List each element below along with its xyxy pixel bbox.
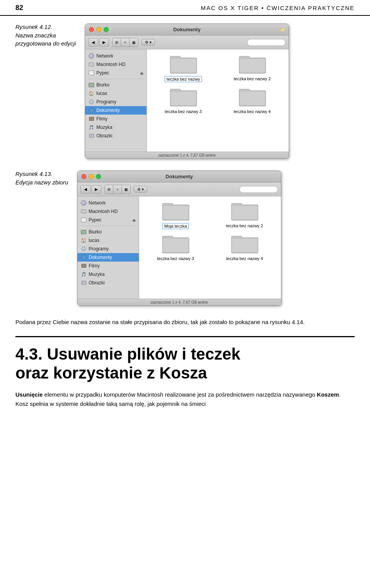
sidebar-label-dokumenty-2: Dokumenty [89, 255, 112, 260]
icon-view-button-2[interactable]: ⊞ [105, 185, 113, 194]
docs-icon [88, 107, 94, 113]
forward-button[interactable]: ▶ [99, 38, 109, 47]
list-view-button-2[interactable]: ≡ [113, 185, 122, 194]
svg-rect-14 [163, 205, 189, 220]
sidebar-item-biurko[interactable]: Biurko [85, 81, 146, 89]
sidebar-item-obrazki[interactable]: Obrazki [85, 132, 146, 140]
disk-icon-2 [81, 217, 87, 223]
icon-view-button[interactable]: ⊞ [113, 38, 121, 47]
search-input-2[interactable] [239, 186, 278, 193]
sidebar-label-dokumenty: Dokumenty [96, 108, 120, 113]
finder-window-2: Dokumenty ◀ ▶ ⊞ ≡ ▦ ⚙ ▾ [77, 171, 281, 306]
folder-icon-4 [239, 86, 266, 107]
view-buttons[interactable]: ⊞ ≡ ▦ [112, 38, 138, 47]
finder-statusbar-1: zaznaczone 1 z 4, 7,67 GB wolne [85, 152, 289, 159]
sidebar-item-network-2[interactable]: Network [77, 199, 139, 207]
folder-icon-1 [170, 53, 197, 74]
svg-rect-11 [239, 91, 266, 106]
figure-4-13: Rysunek 4.13. Edycja nazwy zbioru Dokume… [15, 171, 355, 306]
minimize-button-2[interactable] [89, 174, 94, 179]
view-buttons-2[interactable]: ⊞ ≡ ▦ [104, 185, 131, 194]
sidebar-item-hd[interactable]: Macintosh HD [85, 60, 146, 69]
back-button[interactable]: ◀ [88, 38, 98, 47]
finder-window-1: Dokumenty 📁 ◀ ▶ ⊞ ≡ ▦ [85, 24, 289, 159]
search-input[interactable] [247, 39, 286, 46]
sidebar-item-dokumenty-2[interactable]: Dokumenty [77, 253, 139, 262]
hd-icon-2 [81, 208, 87, 215]
figure-number: Rysunek 4.12. [15, 24, 77, 30]
sidebar-item-muzyka[interactable]: 🎵 Muzyka [85, 123, 146, 132]
folder-item-4[interactable]: teczka bez nazwy 4 [220, 86, 285, 114]
svg-rect-2 [170, 58, 197, 73]
sidebar-item-programy-2[interactable]: Programy [77, 245, 139, 253]
window-controls-2[interactable] [81, 174, 101, 179]
folder-item-2-2[interactable]: teczka bez nazwy 2 [212, 200, 277, 229]
sidebar-item-muzyka-2[interactable]: 🎵 Muzyka [77, 270, 139, 279]
sidebar-item-filmy[interactable]: Filmy [85, 115, 146, 123]
folder-item-2-4[interactable]: teczka bez nazwy 4 [212, 233, 277, 261]
folder-label-2-3: teczka bez nazwy 3 [156, 256, 196, 261]
svg-rect-17 [232, 205, 258, 220]
page-header: 82 Mac OS X Tiger • Ćwiczenia praktyczne [0, 0, 370, 16]
section-title: 4.3. Usuwanie plików i teczek oraz korzy… [15, 345, 355, 382]
column-view-button[interactable]: ▦ [130, 38, 138, 47]
nav-buttons[interactable]: ◀ ▶ [88, 38, 109, 47]
list-view-button[interactable]: ≡ [121, 38, 130, 47]
folder-icon-2-3 [162, 233, 189, 254]
folder-label-2-1[interactable]: Moja teczka [162, 223, 189, 229]
home-icon-2: 🏠 [81, 237, 87, 243]
sidebar-item-filmy-2[interactable]: Filmy [77, 262, 139, 270]
folder-item-3[interactable]: teczka bez nazwy 3 [151, 86, 216, 114]
sidebar-label-filmy: Filmy [96, 116, 108, 122]
sidebar-item-lucas-2[interactable]: 🏠 lucas [77, 236, 139, 245]
nav-buttons-2[interactable]: ◀ ▶ [81, 185, 101, 194]
music-icon: 🎵 [88, 124, 94, 130]
sidebar-item-obrazki-2[interactable]: Obrazki [77, 279, 139, 287]
titlebar-right: 📁 [280, 27, 285, 32]
sidebar-item-pypec[interactable]: Pypec ⏏ [85, 69, 146, 77]
sidebar-label-programy-2: Programy [89, 246, 109, 252]
section-divider [15, 336, 355, 337]
folder-item-2-3[interactable]: teczka bez nazwy 3 [143, 233, 208, 261]
figure-caption: Nazwa znaczka przygotowana do edycji [15, 31, 77, 47]
column-view-button-2[interactable]: ▦ [122, 185, 130, 194]
desktop-icon [88, 82, 94, 88]
sidebar-item-programy[interactable]: Programy [85, 98, 146, 106]
action-button[interactable]: ⚙ ▾ [141, 39, 155, 46]
sidebar-item-dokumenty[interactable]: Dokumenty [85, 106, 146, 115]
folder-item-1[interactable]: teczka bez nazwy [151, 53, 216, 82]
eject-icon-2[interactable]: ⏏ [132, 218, 136, 222]
close-button-2[interactable] [81, 174, 86, 179]
window-controls[interactable] [89, 27, 109, 32]
figure-4-12: Rysunek 4.12. Nazwa znaczka przygotowana… [15, 24, 355, 159]
gear-icon-2: ⚙ [137, 187, 141, 191]
sidebar-item-lucas[interactable]: 🏠 lucas [85, 89, 146, 98]
forward-button-2[interactable]: ▶ [91, 185, 101, 194]
finder-body-2: Network Macintosh HD Pypec ⏏ [77, 196, 281, 299]
sidebar-item-biurko-2[interactable]: Biurko [77, 228, 139, 236]
finder-titlebar-2: Dokumenty [77, 171, 281, 182]
home-icon: 🏠 [88, 90, 94, 96]
maximize-button-2[interactable] [96, 174, 101, 179]
folder-label-4: teczka bez nazwy 4 [232, 109, 272, 114]
action-button-2[interactable]: ⚙ ▾ [134, 186, 147, 193]
maximize-button[interactable] [104, 27, 109, 32]
network-icon [88, 53, 94, 59]
network-icon-2 [81, 200, 87, 206]
folder-item-2-1[interactable]: Moja teczka [143, 200, 208, 229]
close-button[interactable] [89, 27, 94, 32]
sidebar-label-filmy-2: Filmy [89, 263, 100, 269]
folder-label-1[interactable]: teczka bez nazwy [165, 76, 202, 82]
folder-item-2[interactable]: teczka bez nazwy 2 [220, 53, 285, 82]
finder-main-area-2: Moja teczka teczka bez nazwy 2 [139, 196, 281, 299]
sidebar-item-pypec-2[interactable]: Pypec ⏏ [77, 216, 139, 224]
folder-label-2-4: teczka bez nazwy 4 [225, 256, 265, 261]
minimize-button[interactable] [96, 27, 101, 32]
eject-icon[interactable]: ⏏ [140, 71, 143, 75]
finder-sidebar-2: Network Macintosh HD Pypec ⏏ [77, 196, 139, 299]
movies-icon-2 [81, 263, 87, 269]
sidebar-item-hd-2[interactable]: Macintosh HD [77, 207, 139, 216]
back-button-2[interactable]: ◀ [81, 185, 91, 194]
disk-icon [88, 70, 94, 76]
sidebar-item-network[interactable]: Network [85, 52, 146, 60]
